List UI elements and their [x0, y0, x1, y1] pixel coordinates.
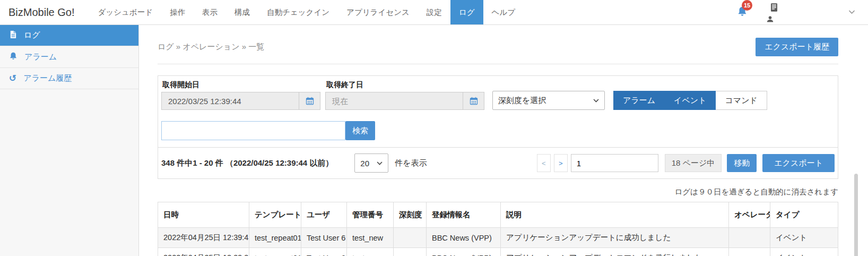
brand-logo[interactable]: BizMobile Go!	[0, 0, 90, 24]
bell-icon	[737, 10, 748, 19]
severity-select[interactable]: 深刻度を選択	[492, 91, 605, 110]
filter-row: 取得開始日	[158, 76, 838, 116]
sidebar-item-label: アラーム履歴	[23, 73, 72, 83]
history-icon: ↺	[9, 74, 16, 83]
col-header-registration-name: 登録情報名	[427, 202, 501, 228]
cell-template: test_repeat01	[249, 228, 301, 248]
end-date-input[interactable]	[325, 92, 463, 110]
end-date-calendar-button[interactable]	[463, 92, 484, 110]
sidebar: ログ アラーム ↺ アラーム履歴	[0, 25, 139, 256]
sidebar-item-log[interactable]: ログ	[0, 25, 138, 46]
severity-select-value: 深刻度を選択	[498, 96, 546, 106]
table-header-row: 日時 テンプレート ユーザ 管理番号 深刻度 登録情報名 説明 オペレータ タイ…	[158, 202, 838, 228]
divider	[158, 64, 838, 64]
person-icon	[767, 16, 774, 22]
start-date-calendar-button[interactable]	[299, 92, 320, 110]
calendar-icon	[470, 97, 478, 105]
cell-severity	[394, 248, 427, 256]
sidebar-item-label: ログ	[24, 30, 40, 40]
cell-user: Test User 6	[301, 248, 347, 256]
chevron-down-icon	[848, 10, 855, 14]
toggle-alarm[interactable]: アラーム	[613, 91, 665, 110]
account-dropdown-toggle[interactable]	[848, 10, 855, 14]
col-header-user: ユーザ	[301, 202, 347, 228]
cell-description: アプリケーションアップデートに成功しました	[501, 228, 729, 248]
start-date-input[interactable]	[161, 92, 299, 110]
nav-item-settings[interactable]: 設定	[418, 0, 450, 24]
results-summary: 348 件中1 - 20 件 （2022/04/25 12:39:44 以前）	[161, 158, 333, 168]
search-button[interactable]: 検索	[345, 121, 375, 140]
main-content: ログ » オペレーション » 一覧 エクスポート履歴 取得開始日	[139, 25, 868, 256]
page-head: ログ » オペレーション » 一覧 エクスポート履歴	[158, 38, 838, 56]
start-date-label: 取得開始日	[161, 79, 320, 92]
page-size-value: 20	[360, 159, 369, 168]
col-header-operator: オペレータ	[729, 202, 770, 228]
end-date-group: 取得終了日	[325, 79, 484, 110]
page-number-input[interactable]	[571, 154, 658, 172]
col-header-management-no: 管理番号	[347, 202, 394, 228]
document-icon	[9, 30, 17, 40]
topbar-right: 15	[737, 0, 868, 24]
notifications-button[interactable]: 15	[737, 6, 748, 19]
col-header-template: テンプレート	[249, 202, 301, 228]
notification-badge: 15	[742, 0, 752, 11]
sidebar-item-alarm-history[interactable]: ↺ アラーム履歴	[0, 68, 138, 89]
main-nav: ダッシュボード 操作 表示 構成 自動チェックイン アプリライセンス 設定 ログ…	[90, 0, 524, 24]
cell-user: Test User 6	[301, 228, 347, 248]
cell-registration-name: BBC News (VPP)	[427, 228, 501, 248]
cell-operator	[729, 248, 770, 256]
device-icon	[770, 3, 778, 12]
app-body: ログ アラーム ↺ アラーム履歴 ログ » オペレーション » 一覧 エクスポー…	[0, 25, 868, 256]
cell-datetime: 2022年04月25日 12:39:42	[158, 228, 249, 248]
nav-item-dashboard[interactable]: ダッシュボード	[90, 0, 162, 24]
cell-type: イベント	[770, 248, 838, 256]
chevron-down-icon	[377, 161, 383, 165]
chevron-down-icon	[593, 99, 599, 103]
col-header-severity: 深刻度	[394, 202, 427, 228]
cell-severity	[394, 228, 427, 248]
table-row: 2022年04月25日 12:39:38 test_repeat01 Test …	[158, 248, 838, 256]
sidebar-item-label: アラーム	[24, 52, 57, 62]
nav-item-auto-checkin[interactable]: 自動チェックイン	[258, 0, 338, 24]
table-row: 2022年04月25日 12:39:42 test_repeat01 Test …	[158, 228, 838, 248]
log-table: 日時 テンプレート ユーザ 管理番号 深刻度 登録情報名 説明 オペレータ タイ…	[158, 202, 838, 256]
results-toolbar: 348 件中1 - 20 件 （2022/04/25 12:39:44 以前） …	[158, 147, 838, 178]
filter-panel: 取得開始日	[158, 75, 838, 179]
cell-template: test_repeat01	[249, 248, 301, 256]
nav-item-view[interactable]: 表示	[194, 0, 226, 24]
prev-page-button[interactable]: <	[537, 154, 551, 172]
start-date-group: 取得開始日	[161, 79, 320, 110]
toggle-command[interactable]: コマンド	[716, 91, 767, 110]
cell-management-no: test_new	[347, 228, 394, 248]
sidebar-item-alarm[interactable]: アラーム	[0, 46, 138, 68]
col-header-type: タイプ	[770, 202, 838, 228]
nav-item-help[interactable]: ヘルプ	[483, 0, 524, 24]
search-input[interactable]	[161, 121, 345, 140]
next-page-button[interactable]: >	[554, 154, 568, 172]
cell-operator	[729, 228, 770, 248]
log-type-toggle-group: アラーム イベント コマンド	[613, 91, 767, 110]
device-user-menu[interactable]	[767, 2, 780, 22]
page-total-label: 18 ページ中	[665, 154, 722, 172]
page-size-select[interactable]: 20	[354, 153, 388, 173]
col-header-description: 説明	[501, 202, 729, 228]
cell-registration-name: BBC News (VPP)	[427, 248, 501, 256]
toggle-event[interactable]: イベント	[665, 91, 716, 110]
bell-icon	[9, 52, 18, 62]
calendar-icon	[306, 97, 314, 105]
topbar: BizMobile Go! ダッシュボード 操作 表示 構成 自動チェックイン …	[0, 0, 868, 25]
retention-note: ログは９０日を過ぎると自動的に消去されます	[158, 187, 838, 197]
pagination: < > 18 ページ中 移動 エクスポート	[537, 154, 835, 172]
go-button[interactable]: 移動	[727, 154, 757, 172]
export-button[interactable]: エクスポート	[762, 154, 835, 172]
nav-item-log[interactable]: ログ	[450, 0, 483, 24]
vertical-scrollbar[interactable]	[854, 174, 858, 256]
nav-item-configuration[interactable]: 構成	[226, 0, 258, 24]
search-row: 検索	[158, 116, 838, 147]
end-date-label: 取得終了日	[325, 79, 484, 92]
nav-item-operation[interactable]: 操作	[161, 0, 194, 24]
page-size-suffix: 件を表示	[395, 158, 427, 168]
export-history-button[interactable]: エクスポート履歴	[756, 38, 838, 56]
cell-datetime: 2022年04月25日 12:39:38	[158, 248, 249, 256]
nav-item-app-license[interactable]: アプリライセンス	[338, 0, 418, 24]
